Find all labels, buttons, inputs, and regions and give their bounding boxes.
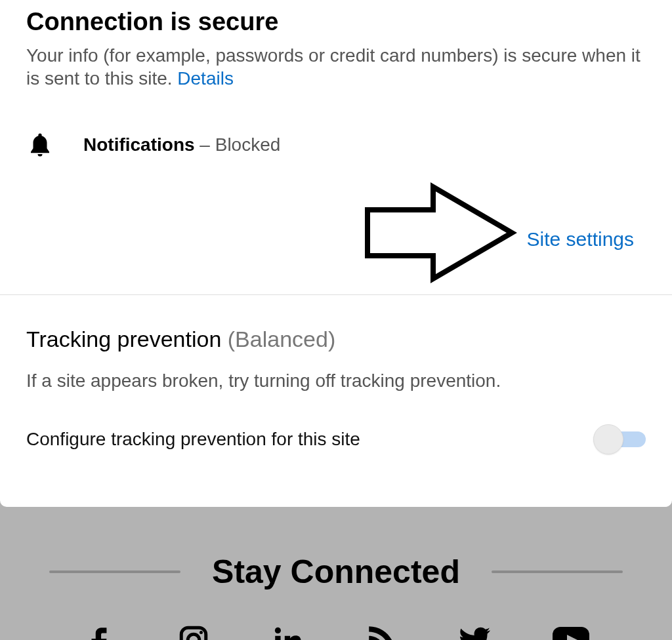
- svg-point-2: [199, 631, 202, 634]
- youtube-icon[interactable]: [553, 624, 589, 640]
- tracking-toggle-label: Configure tracking prevention for this s…: [26, 429, 360, 450]
- svg-rect-4: [275, 636, 280, 640]
- tracking-toggle[interactable]: [593, 424, 646, 454]
- notifications-text: Notifications – Blocked: [83, 134, 280, 155]
- connection-description: Your info (for example, passwords or cre…: [26, 44, 646, 90]
- details-link[interactable]: Details: [177, 68, 234, 89]
- rss-icon[interactable]: [365, 624, 398, 640]
- facebook-icon[interactable]: [83, 624, 116, 640]
- site-settings-row: Site settings: [26, 200, 646, 279]
- social-icons-row: [0, 624, 672, 640]
- notifications-row: Notifications – Blocked: [26, 129, 646, 161]
- connection-title: Connection is secure: [26, 8, 646, 36]
- svg-point-1: [188, 634, 200, 640]
- bell-icon: [26, 129, 54, 161]
- tracking-title-label: Tracking prevention: [26, 327, 221, 351]
- connection-description-text: Your info (for example, passwords or cre…: [26, 45, 640, 89]
- arrow-right-icon: [354, 180, 518, 288]
- connection-section: Connection is secure Your info (for exam…: [0, 0, 672, 294]
- svg-point-3: [274, 628, 280, 633]
- notifications-separator: –: [195, 134, 215, 155]
- tracking-toggle-row: Configure tracking prevention for this s…: [26, 424, 646, 454]
- twitter-icon[interactable]: [459, 624, 492, 640]
- page-footer: Stay Connected: [0, 507, 672, 640]
- stay-connected-heading-row: Stay Connected: [0, 553, 672, 591]
- heading-rule-left: [49, 570, 180, 573]
- site-information-card: Connection is secure Your info (for exam…: [0, 0, 672, 507]
- tracking-description: If a site appears broken, try turning of…: [26, 370, 646, 391]
- site-settings-link[interactable]: Site settings: [527, 228, 634, 250]
- stay-connected-title: Stay Connected: [212, 553, 460, 591]
- notifications-label: Notifications: [83, 134, 195, 155]
- instagram-icon[interactable]: [177, 624, 210, 640]
- heading-rule-right: [492, 570, 623, 573]
- linkedin-icon[interactable]: [271, 624, 304, 640]
- toggle-knob: [593, 424, 623, 454]
- tracking-title: Tracking prevention (Balanced): [26, 327, 646, 352]
- tracking-section: Tracking prevention (Balanced) If a site…: [0, 295, 672, 507]
- notifications-status: Blocked: [215, 134, 281, 155]
- tracking-mode: (Balanced): [228, 327, 335, 351]
